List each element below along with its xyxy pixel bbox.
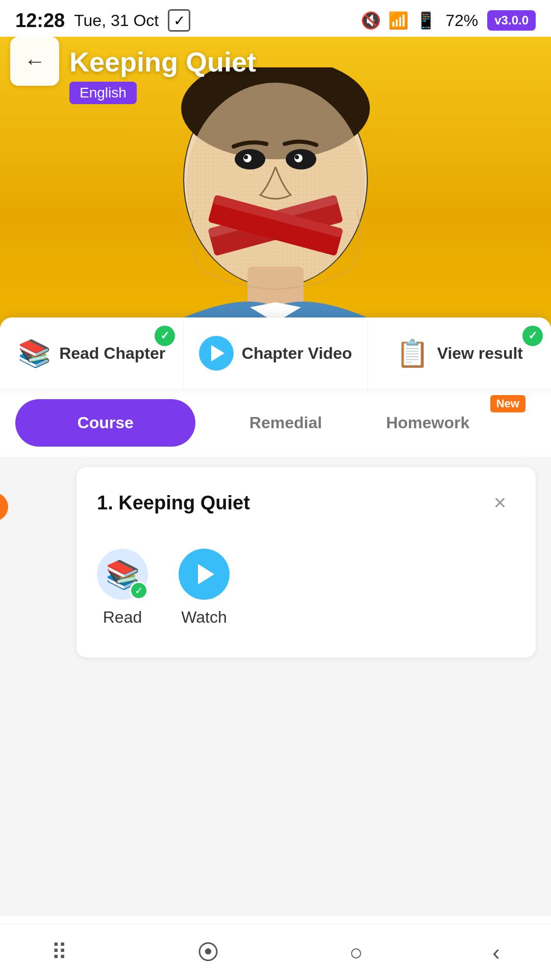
signal-icon: 📱 (416, 11, 436, 30)
watch-play-icon (179, 549, 230, 600)
read-check-overlay: ✓ (130, 581, 148, 600)
view-result-button[interactable]: 📋 View result ✓ (368, 317, 551, 389)
read-action[interactable]: 📚 ✓ Read (97, 549, 148, 627)
status-right: 🔇 📶 📱 72% v3.0.0 (361, 10, 536, 31)
hero-area: ← Keeping Quiet English (0, 37, 551, 333)
svg-point-9 (244, 155, 248, 159)
watch-action[interactable]: Watch (179, 549, 230, 627)
new-badge: New (490, 395, 525, 412)
read-chapter-completed-badge: ✓ (155, 326, 175, 346)
tab-remedial[interactable]: Remedial (195, 399, 375, 447)
read-action-icon: 📚 ✓ (97, 549, 148, 600)
title-overlay: Keeping Quiet English (69, 46, 256, 104)
status-icons: 🔇 📶 📱 (361, 11, 436, 30)
read-chapter-label: Read Chapter (59, 344, 165, 363)
status-time: 12:28 (15, 10, 65, 32)
back-icon: ← (24, 49, 45, 74)
version-badge: v3.0.0 (487, 10, 536, 31)
tabs-row: Course Remedial Homework New (0, 389, 551, 457)
tab-homework[interactable]: Homework (376, 399, 480, 447)
book-icon: 📚 (18, 338, 51, 369)
chapter-item: 1. Keeping Quiet × 📚 ✓ Read (77, 467, 536, 657)
play-icon (199, 336, 234, 371)
read-action-label: Read (103, 608, 142, 627)
tab-course[interactable]: Course (15, 399, 195, 447)
result-icon: 📋 (396, 338, 429, 369)
content-area: 1. Keeping Quiet × 📚 ✓ Read (0, 457, 551, 916)
chapter-video-button[interactable]: Chapter Video (184, 317, 367, 389)
view-result-completed-badge: ✓ (522, 326, 543, 346)
bottom-nav: ⠿ ⦿ ○ ‹ (0, 924, 551, 980)
wifi-icon: 📶 (388, 11, 409, 30)
back-button[interactable]: ← (10, 37, 59, 86)
watch-action-label: Watch (181, 608, 227, 627)
play-triangle (211, 345, 224, 361)
home-nav-icon[interactable]: ○ (349, 940, 363, 965)
back-nav-icon[interactable]: ‹ (492, 940, 500, 965)
chapter-item-wrapper: 1. Keeping Quiet × 📚 ✓ Read (15, 467, 536, 657)
chapter-close-button[interactable]: × (485, 487, 515, 518)
status-check-icon: ✓ (168, 9, 190, 32)
read-chapter-button[interactable]: 📚 Read Chapter ✓ (0, 317, 184, 389)
chapter-actions: 📚 ✓ Read Watch (97, 538, 515, 637)
svg-point-4 (186, 83, 365, 287)
mute-icon: 🔇 (361, 11, 381, 30)
battery-text: 72% (445, 11, 478, 30)
page-title: Keeping Quiet (69, 46, 256, 78)
watch-play-triangle (198, 564, 214, 584)
language-badge: English (69, 82, 137, 104)
grid-nav-icon[interactable]: ⠿ (51, 939, 67, 965)
chapter-video-label: Chapter Video (242, 344, 352, 363)
status-left: 12:28 Tue, 31 Oct ✓ (15, 9, 190, 32)
action-row: 📚 Read Chapter ✓ Chapter Video 📋 View re… (0, 317, 551, 389)
status-bar: 12:28 Tue, 31 Oct ✓ 🔇 📶 📱 72% v3.0.0 (0, 0, 551, 37)
face-illustration (102, 67, 449, 333)
svg-point-10 (295, 155, 299, 159)
tab-homework-wrapper: Homework New (376, 399, 536, 447)
chapter-title: 1. Keeping Quiet (97, 492, 250, 514)
pills-nav-icon[interactable]: ⦿ (197, 940, 219, 965)
chapter-header: 1. Keeping Quiet × (97, 487, 515, 518)
view-result-label: View result (437, 344, 523, 363)
status-date: Tue, 31 Oct (74, 11, 159, 30)
watch-action-icon (179, 549, 230, 600)
chapter-dot (0, 493, 8, 521)
